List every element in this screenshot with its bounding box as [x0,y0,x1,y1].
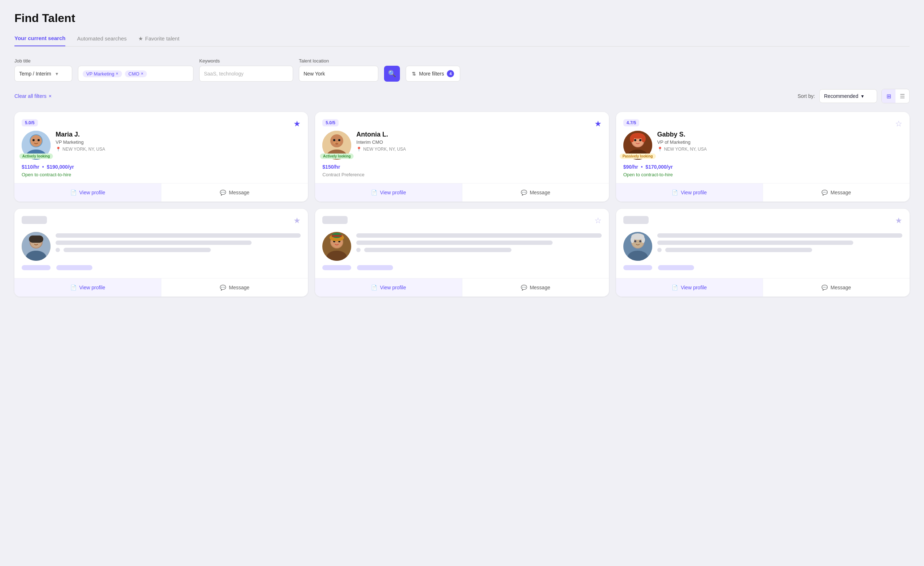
keywords-filter: Keywords SaaS, technology [199,58,293,81]
message-button-4[interactable]: 💬 Message [161,278,308,297]
favorite-button-2[interactable]: ★ [594,119,602,129]
favorite-button-4[interactable]: ★ [294,216,301,226]
profile-icon: 📄 [70,285,76,291]
grid-view-button[interactable]: ⊞ [882,89,896,103]
skeleton-badge-4 [22,216,47,224]
clear-filters-button[interactable]: Clear all filters × [14,93,52,99]
remove-tag-cmo[interactable]: × [141,71,143,76]
tab-automated-searches[interactable]: Automated searches [77,35,127,46]
message-button-2[interactable]: 💬 Message [462,184,609,202]
view-profile-button-2[interactable]: 📄 View profile [315,184,462,202]
svg-point-46 [630,236,634,243]
card-actions-3: 📄 View profile 💬 Message [616,183,910,202]
message-button-5[interactable]: 💬 Message [462,278,609,297]
tab-favorite-talent[interactable]: ★ Favorite talent [138,35,179,46]
view-profile-button-3[interactable]: 📄 View profile [616,184,763,202]
avatar-wrap-1: Actively looking [22,131,51,160]
talent-card-4: ★ [14,209,308,297]
message-button-3[interactable]: 💬 Message [763,184,910,202]
person-name-1: Maria J. [56,131,105,138]
person-info-1: Maria J. VP Marketing 📍 NEW YORK, NY, US… [56,131,105,152]
view-profile-button-6[interactable]: 📄 View profile [616,278,763,297]
avatar-wrap-3: Passively looking [623,131,652,160]
card-rate-1: $110/hr • $190,000/yr [22,164,301,170]
skeleton-person-5 [322,232,602,261]
view-profile-button-5[interactable]: 📄 View profile [315,278,462,297]
message-icon: 💬 [521,285,527,291]
location-label: Talent location [299,58,378,63]
job-title-label: Job title [14,58,72,63]
skeleton-info-4 [56,232,301,252]
svg-point-10 [333,139,335,141]
message-button-6[interactable]: 💬 Message [763,278,910,297]
search-button[interactable]: 🔍 [384,66,400,81]
tag-vp-marketing[interactable]: VP Marketing × [82,71,122,77]
sort-dropdown[interactable]: Recommended ▾ [819,89,877,103]
profile-icon: 📄 [371,285,377,291]
card-body-6: ★ [616,209,910,278]
person-role-2: Interim CMO [356,139,406,145]
filters-row: Job title Temp / Interim ▾ tags VP Marke… [14,58,910,81]
person-name-2: Antonia L. [356,131,406,138]
more-filters-button[interactable]: ⇅ More filters 4 [406,66,460,81]
card-rating-1: 5.0/5 [22,119,38,126]
results-bar: Clear all filters × Sort by: Recommended… [14,89,910,103]
tags-filter: tags VP Marketing × CMO × [78,58,194,81]
card-actions-4: 📄 View profile 💬 Message [14,278,308,297]
card-actions-1: 📄 View profile 💬 Message [14,183,308,202]
card-actions-5: 📄 View profile 💬 Message [315,278,609,297]
svg-point-47 [641,236,645,243]
tags-input[interactable]: VP Marketing × CMO × [78,66,194,81]
svg-point-19 [639,139,641,141]
keywords-label: Keywords [199,58,293,63]
avatar-6 [623,232,652,261]
chevron-down-icon: ▾ [861,93,864,99]
tag-cmo[interactable]: CMO × [125,71,147,77]
message-icon: 💬 [220,190,226,196]
avatar-wrap-5 [322,232,351,261]
tabs-nav: Your current search Automated searches ★… [14,35,910,47]
favorite-button-1[interactable]: ★ [294,119,301,129]
svg-point-21 [630,135,634,142]
card-body-3: 4.7/5 ☆ [616,112,910,183]
message-button-1[interactable]: 💬 Message [161,184,308,202]
search-icon: 🔍 [388,70,396,78]
favorite-button-6[interactable]: ★ [895,216,902,226]
view-profile-button-4[interactable]: 📄 View profile [14,278,161,297]
close-icon: × [49,93,52,99]
person-location-1: 📍 NEW YORK, NY, USA [56,147,105,152]
svg-rect-38 [332,235,342,237]
card-pref-3: Open to contract-to-hire [623,172,902,178]
svg-point-11 [338,139,340,141]
star-icon: ★ [138,35,143,42]
favorite-button-3[interactable]: ☆ [895,119,902,129]
view-profile-button-1[interactable]: 📄 View profile [14,184,161,202]
sort-section: Sort by: Recommended ▾ ⊞ ☰ [798,89,910,103]
person-name-3: Gabby S. [657,131,707,138]
card-body-4: ★ [14,209,308,278]
avatar-wrap-6 [623,232,652,261]
remove-tag-vp-marketing[interactable]: × [116,71,118,76]
card-pref-2: Contract Preference [322,172,602,178]
status-badge-1: Actively looking [20,154,53,159]
avatar-wrap-2: Actively looking [322,131,351,160]
talent-card-5: ☆ [315,209,609,297]
talent-card-2: 5.0/5 ★ [315,112,609,202]
avatar-5 [322,232,351,261]
list-view-button[interactable]: ☰ [896,89,909,103]
status-badge-3: Passively looking [620,154,656,159]
tab-current-search[interactable]: Your current search [14,35,65,46]
card-rating-2: 5.0/5 [322,119,339,126]
keywords-input[interactable]: SaaS, technology [199,66,293,81]
svg-point-43 [634,240,636,242]
job-title-dropdown[interactable]: Temp / Interim ▾ [14,66,72,81]
location-input[interactable]: New York [299,66,378,81]
card-body-2: 5.0/5 ★ [315,112,609,183]
favorite-button-5[interactable]: ☆ [594,216,602,226]
person-location-3: 📍 NEW YORK, NY, USA [657,147,707,152]
job-title-filter: Job title Temp / Interim ▾ [14,58,72,81]
view-toggle: ⊞ ☰ [881,89,910,103]
card-rate-2: $150/hr [322,164,602,170]
location-pin-icon: 📍 [56,147,61,152]
card-person-1: Actively looking Maria J. VP Marketing 📍… [22,131,301,160]
